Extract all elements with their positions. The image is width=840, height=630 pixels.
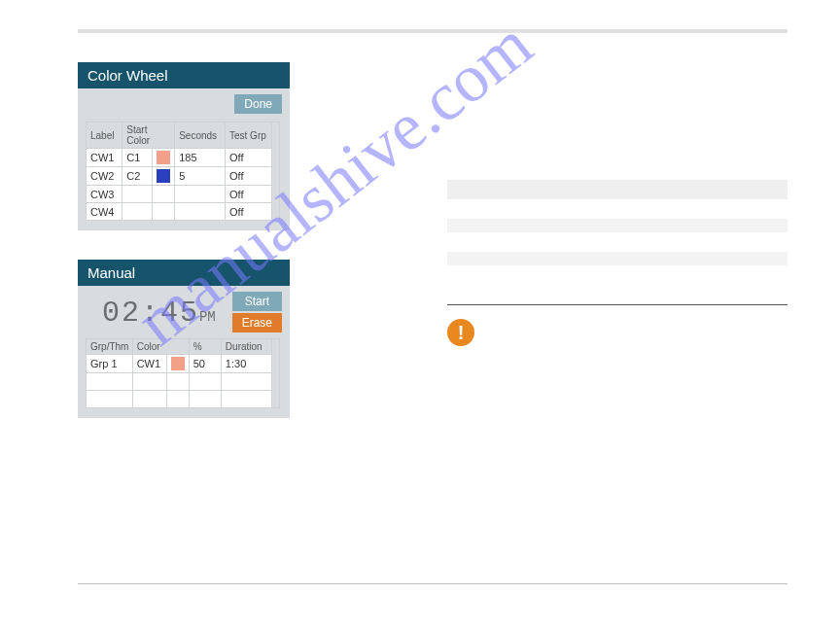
cell-label[interactable]: CW4 (87, 203, 122, 221)
table-scrollbar[interactable] (271, 122, 279, 221)
cell-swatch[interactable] (153, 167, 175, 186)
cell-testgrp[interactable]: Off (226, 149, 272, 167)
color-swatch-icon (157, 169, 170, 183)
cell-label[interactable]: CW1 (87, 149, 122, 167)
manual-table: Grp/Thm Color % Duration Grp 1 CW1 50 1:… (86, 338, 280, 408)
table-row[interactable]: CW1 C1 185 Off (87, 149, 280, 167)
cell-seconds[interactable]: 5 (175, 167, 226, 186)
placeholder-bar (447, 252, 788, 265)
cell-swatch[interactable] (166, 355, 189, 373)
clock-period: PM (199, 309, 216, 325)
table-header-row: Grp/Thm Color % Duration (87, 339, 280, 355)
manual-top-row: 02:45PM Start Erase (78, 286, 290, 338)
cell-duration[interactable] (221, 373, 271, 391)
col-label: Label (87, 122, 122, 149)
color-swatch-icon (171, 357, 185, 370)
color-wheel-table: Label Start Color Seconds Test Grp CW1 C… (86, 122, 280, 221)
start-button[interactable]: Start (232, 292, 282, 311)
cell-startcolor[interactable] (122, 203, 153, 221)
cell-swatch[interactable] (166, 391, 189, 408)
cell-color[interactable] (132, 391, 166, 408)
table-row[interactable] (87, 373, 280, 391)
col-grpthm: Grp/Thm (87, 339, 133, 355)
cell-pct[interactable] (189, 391, 221, 408)
cell-grpthm[interactable]: Grp 1 (87, 355, 133, 373)
col-seconds: Seconds (175, 122, 226, 149)
right-placeholder-bars (447, 180, 788, 325)
table-scrollbar[interactable] (271, 339, 279, 408)
table-row[interactable] (87, 391, 280, 408)
cell-testgrp[interactable]: Off (226, 167, 272, 186)
cell-seconds[interactable]: 185 (175, 149, 226, 167)
cell-seconds[interactable] (175, 186, 226, 203)
manual-title: Manual (78, 260, 290, 286)
cell-pct[interactable]: 50 (189, 355, 221, 373)
cell-color[interactable]: CW1 (132, 355, 166, 373)
table-row[interactable]: Grp 1 CW1 50 1:30 (87, 355, 280, 373)
color-swatch-icon (157, 151, 170, 164)
placeholder-bar (447, 180, 788, 199)
color-wheel-title: Color Wheel (78, 62, 290, 88)
done-button[interactable]: Done (234, 94, 282, 114)
cell-grpthm[interactable] (87, 373, 133, 391)
erase-button[interactable]: Erase (232, 313, 282, 332)
cell-duration[interactable] (221, 391, 271, 408)
cell-pct[interactable] (189, 373, 221, 391)
col-color: Color (132, 339, 189, 355)
clock-display: 02:45PM (86, 297, 232, 330)
table-row[interactable]: CW4 Off (87, 203, 280, 221)
cell-swatch[interactable] (153, 149, 175, 167)
color-wheel-toolbar: Done (78, 88, 290, 122)
col-start-color: Start Color (122, 122, 175, 149)
cell-label[interactable]: CW2 (87, 167, 122, 186)
manual-panel: Manual 02:45PM Start Erase Grp/Thm Color… (78, 260, 290, 418)
clock-time: 02:45 (102, 297, 199, 330)
warning-icon: ! (447, 319, 474, 346)
col-duration: Duration (221, 339, 271, 355)
color-wheel-panel: Color Wheel Done Label Start Color Secon… (78, 62, 290, 230)
cell-swatch[interactable] (166, 373, 189, 391)
manual-buttons: Start Erase (232, 292, 282, 334)
cell-testgrp[interactable]: Off (226, 203, 272, 221)
cell-label[interactable]: CW3 (87, 186, 122, 203)
cell-duration[interactable]: 1:30 (221, 355, 271, 373)
placeholder-line (447, 304, 788, 305)
cell-color[interactable] (132, 373, 166, 391)
bottom-divider (78, 583, 788, 584)
table-header-row: Label Start Color Seconds Test Grp (87, 122, 280, 149)
cell-seconds[interactable] (175, 203, 226, 221)
cell-grpthm[interactable] (87, 391, 133, 408)
col-pct: % (189, 339, 221, 355)
cell-startcolor[interactable] (122, 186, 153, 203)
cell-swatch[interactable] (153, 186, 175, 203)
table-row[interactable]: CW3 Off (87, 186, 280, 203)
top-divider (78, 29, 788, 33)
cell-startcolor[interactable]: C1 (122, 149, 153, 167)
cell-startcolor[interactable]: C2 (122, 167, 153, 186)
cell-testgrp[interactable]: Off (226, 186, 272, 203)
placeholder-bar (447, 219, 788, 232)
table-row[interactable]: CW2 C2 5 Off (87, 167, 280, 186)
col-test-grp: Test Grp (226, 122, 272, 149)
cell-swatch[interactable] (153, 203, 175, 221)
